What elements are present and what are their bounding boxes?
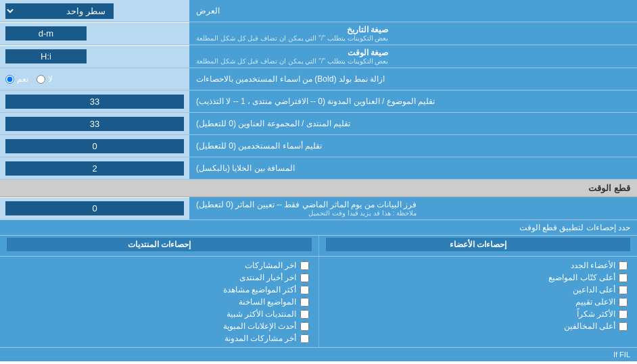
stats-membership-item-7: أخر مشاركات المدونة — [7, 332, 312, 344]
time-format-label: صيغة الوقت بعض التكوينات يتطلب "/" التي … — [189, 45, 637, 68]
time-format-row: صيغة الوقت بعض التكوينات يتطلب "/" التي … — [0, 45, 637, 68]
cell-spacing-control[interactable] — [0, 157, 189, 179]
forum-group-row: تقليم المنتدى / المجموعة العناوين (0 للت… — [0, 113, 637, 135]
footer-note-text: If FIL — [613, 350, 630, 359]
date-format-row: صيغة التاريخ بعض التكوينات يتطلب "/" الت… — [0, 22, 637, 45]
bold-yes-label[interactable]: نعم — [5, 74, 28, 84]
stats-membership-item-1: اخر المشاركات — [7, 259, 312, 271]
stats-member-check-4[interactable] — [619, 298, 628, 307]
forum-order-row: تقليم الموضوع / العناوين المدونة (0 -- ا… — [0, 90, 637, 113]
display-label: العرض — [189, 0, 637, 22]
stats-members-header: إحصاءات الأعضاء — [326, 238, 631, 251]
stats-member-check-6[interactable] — [619, 322, 628, 331]
stats-member-item-6: أعلى المخالفين — [326, 320, 631, 332]
bold-yes-radio[interactable] — [5, 75, 14, 84]
cutoff-filter-input[interactable] — [5, 201, 184, 215]
forum-group-control[interactable] — [0, 113, 189, 134]
stats-membership-item-5: المنتديات الأكثر شبية — [7, 308, 312, 320]
forum-order-control[interactable] — [0, 90, 189, 112]
stats-members-col: الأعضاء الجدد أعلى كتّاب المواضيع أعلى ا… — [318, 257, 638, 347]
forum-group-input[interactable] — [5, 117, 184, 131]
footer-note: If FIL — [0, 347, 637, 361]
forum-order-input[interactable] — [5, 95, 184, 109]
stats-membership-check-5[interactable] — [300, 310, 309, 319]
cell-spacing-label: المسافة بين الخلايا (بالبكسل) — [189, 157, 637, 179]
stats-membership-item-6: أحدث الإعلانات المبوية — [7, 320, 312, 332]
date-format-control[interactable] — [0, 23, 189, 45]
stats-member-item-4: الاعلى تقييم — [326, 296, 631, 308]
display-select[interactable]: سطر واحد — [5, 3, 114, 19]
stats-membership-item-4: المواضيع الساخنة — [7, 296, 312, 308]
stats-membership-check-4[interactable] — [300, 298, 309, 307]
stats-membership-check-2[interactable] — [300, 274, 309, 282]
stats-member-check-1[interactable] — [619, 261, 628, 270]
stats-cols-header: إحصاءات الأعضاء إحصاءات المنتديات — [0, 236, 637, 257]
bold-no-label[interactable]: لا — [37, 74, 53, 84]
time-format-control[interactable] — [0, 46, 189, 68]
stats-limit-row: حدد إحصاءات لتطبيق قطع الوقت — [0, 220, 637, 236]
date-format-label: صيغة التاريخ بعض التكوينات يتطلب "/" الت… — [189, 22, 637, 45]
bold-control[interactable]: لا نعم — [0, 68, 189, 90]
stats-membership-item-2: اخر أخبار المنتدى — [7, 271, 312, 284]
forum-order-label: تقليم الموضوع / العناوين المدونة (0 -- ا… — [189, 90, 637, 112]
stats-member-item-1: الأعضاء الجدد — [326, 259, 631, 271]
stats-member-item-2: أعلى كتّاب المواضيع — [326, 271, 631, 284]
bold-label: ازالة نمط بولد (Bold) من اسماء المستخدمي… — [189, 68, 637, 90]
stats-membership-check-7[interactable] — [300, 334, 309, 343]
display-row: العرض سطر واحد — [0, 0, 637, 22]
cutoff-filter-control[interactable] — [0, 198, 189, 219]
stats-limit-label: حدد إحصاءات لتطبيق قطع الوقت — [196, 223, 630, 232]
stats-membership-check-6[interactable] — [300, 322, 309, 331]
cutoff-filter-label: فرز البيانات من يوم الماثر الماضي فقط --… — [189, 197, 637, 219]
display-control[interactable]: سطر واحد — [0, 0, 189, 22]
stats-member-item-3: أعلى الداعين — [326, 284, 631, 296]
stats-memberships-header: إحصاءات المنتديات — [7, 238, 312, 251]
stats-member-check-5[interactable] — [619, 310, 628, 319]
stats-memberships-col: اخر المشاركات اخر أخبار المنتدى أكثر الم… — [0, 257, 318, 347]
bold-no-radio[interactable] — [37, 75, 45, 84]
stats-membership-check-3[interactable] — [300, 286, 309, 294]
bold-radio-group: لا نعم — [5, 74, 53, 84]
usernames-row: تقليم أسماء المستخدمين (0 للتعطيل) — [0, 135, 637, 157]
forum-group-label: تقليم المنتدى / المجموعة العناوين (0 للت… — [189, 113, 637, 134]
cutoff-filter-row: فرز البيانات من يوم الماثر الماضي فقط --… — [0, 197, 637, 220]
cutoff-section-header: قطع الوقت — [0, 180, 637, 197]
date-format-input[interactable] — [5, 26, 87, 41]
stats-items-container: الأعضاء الجدد أعلى كتّاب المواضيع أعلى ا… — [0, 257, 637, 347]
stats-member-check-2[interactable] — [619, 274, 628, 282]
usernames-input[interactable] — [5, 139, 184, 153]
usernames-label: تقليم أسماء المستخدمين (0 للتعطيل) — [189, 135, 637, 157]
time-format-input[interactable] — [5, 49, 87, 63]
bold-row: ازالة نمط بولد (Bold) من اسماء المستخدمي… — [0, 68, 637, 90]
stats-member-item-5: الأكثر شكراً — [326, 308, 631, 320]
stats-membership-check-1[interactable] — [300, 261, 309, 270]
cell-spacing-input[interactable] — [5, 161, 184, 176]
cell-spacing-row: المسافة بين الخلايا (بالبكسل) — [0, 157, 637, 180]
stats-membership-item-3: أكثر المواضيع مشاهدة — [7, 284, 312, 296]
usernames-control[interactable] — [0, 135, 189, 157]
stats-member-check-3[interactable] — [619, 286, 628, 294]
